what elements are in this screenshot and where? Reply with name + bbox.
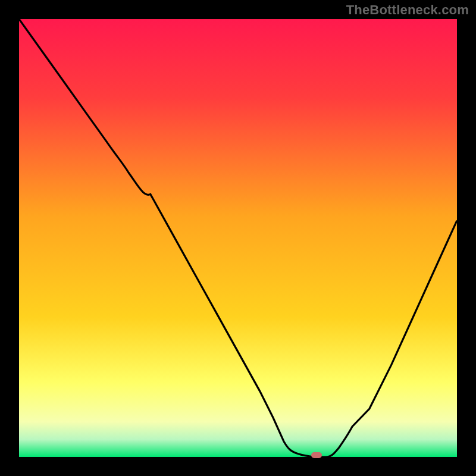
marker-point [311,452,322,458]
plot-area [19,19,457,457]
chart-frame: TheBottleneck.com [0,0,476,476]
gradient-background [19,19,457,457]
watermark-label: TheBottleneck.com [346,2,469,18]
chart-svg [19,19,457,457]
